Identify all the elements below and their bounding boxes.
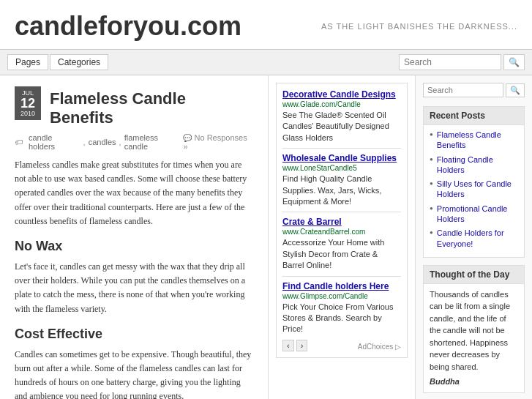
thought-title: Thought of the Day [424, 266, 524, 284]
ad-4-desc: Pick Your Choice From Various Stores & B… [282, 302, 401, 335]
tab-categories[interactable]: Categories [50, 54, 108, 70]
tagline: AS THE LIGHT BANISHES THE DARKNESS... [321, 22, 517, 31]
thought-author: Buddha [430, 376, 518, 388]
nav-tabs: Pages Categories [7, 54, 108, 70]
ad-2-desc: Find High Quality Candle Supplies. Wax, … [282, 174, 401, 207]
thought-body: Thousands of candles can be lit from a s… [424, 284, 524, 392]
site-title: candleforyou.com [15, 11, 241, 42]
recent-posts-title: Recent Posts [424, 107, 524, 125]
comment-icon: 💬 [183, 134, 192, 142]
section2-body: Candles can sometimes get to be expensiv… [15, 348, 253, 399]
post-meta: 🏷 candle holders, candles, flameless can… [15, 133, 253, 151]
post-intro: Flameless candles make great substitutes… [15, 158, 253, 228]
date-year: 2010 [19, 110, 37, 117]
responses-count: 💬 No Responses » [183, 133, 253, 151]
bullet-icon-3: ● [430, 180, 433, 187]
recent-posts-list: ● Flameless Candle Benefits ● Floating C… [424, 125, 524, 257]
ad-1-url: www.Glade.com/Candle [282, 100, 361, 108]
header-search-area: 🔍 [399, 54, 525, 70]
tag-icon: 🏷 [15, 138, 23, 146]
recent-posts-section: Recent Posts ● Flameless Candle Benefits… [423, 106, 525, 258]
sidebar-search-area: 🔍 [423, 83, 525, 97]
recent-post-link-2[interactable]: Floating Candle Holders [437, 154, 518, 176]
ad-choices: AdChoices ▷ [358, 343, 401, 351]
ad-next-button[interactable]: › [296, 340, 308, 351]
recent-post-3: ● Silly Uses for Candle Holders [430, 179, 518, 200]
ad-2-url: www.LoneStarCandle5 [282, 164, 357, 172]
tag-2[interactable]: candles [89, 138, 116, 146]
ad-4-url: www.Glimpse.com/Candle [282, 292, 368, 300]
section2-heading: Cost Effective [15, 327, 253, 342]
bullet-icon-4: ● [430, 205, 433, 212]
post-title: Flameless Candle Benefits [50, 86, 253, 127]
tab-pages[interactable]: Pages [7, 54, 48, 70]
recent-post-link-3[interactable]: Silly Uses for Candle Holders [437, 179, 518, 200]
ad-3-url: www.CrateandBarrel.com [282, 228, 365, 236]
ad-4-link[interactable]: Find Candle holders Here [282, 281, 389, 291]
ad-3-link[interactable]: Crate & Barrel [282, 217, 342, 227]
recent-post-2: ● Floating Candle Holders [430, 154, 518, 176]
bullet-icon-2: ● [430, 156, 433, 163]
recent-post-1: ● Flameless Candle Benefits [430, 130, 518, 151]
ad-prev-button[interactable]: ‹ [282, 340, 294, 351]
bullet-icon-5: ● [430, 229, 433, 236]
recent-post-link-5[interactable]: Candle Holders for Everyone! [437, 228, 518, 249]
thought-section: Thought of the Day Thousands of candles … [423, 265, 525, 393]
date-day: 12 [19, 97, 37, 110]
header-search-button[interactable]: 🔍 [503, 54, 525, 70]
section1-body: Let's face it, candles can get messy wit… [15, 260, 253, 316]
ad-2-link[interactable]: Wholesale Candle Supplies [282, 153, 397, 163]
ad-block: Decorative Candle Designs www.Glade.com/… [276, 83, 408, 358]
header-search-input[interactable] [399, 54, 501, 70]
post-header: Jul 12 2010 Flameless Candle Benefits [15, 86, 253, 127]
ad-3-desc: Accessorize Your Home with Stylish Decor… [282, 237, 401, 271]
recent-post-4: ● Promotional Candle Holders [430, 204, 518, 225]
ad-1-desc: See The Glade® Scented Oil Candles' Beau… [282, 110, 401, 143]
date-box: Jul 12 2010 [15, 86, 41, 120]
post-tags: 🏷 candle holders, candles, flameless can… [15, 133, 183, 151]
ad-2: Wholesale Candle Supplies www.LoneStarCa… [282, 153, 401, 207]
ad-1: Decorative Candle Designs www.Glade.com/… [282, 89, 401, 143]
bullet-icon-1: ● [430, 131, 433, 138]
tag-3[interactable]: flameless candle [124, 133, 184, 151]
sidebar-search-input[interactable] [423, 83, 503, 97]
recent-post-link-4[interactable]: Promotional Candle Holders [437, 204, 518, 225]
ad-area: Decorative Candle Designs www.Glade.com/… [269, 75, 415, 399]
ad-4: Find Candle holders Here www.Glimpse.com… [282, 281, 401, 335]
sidebar-search-button[interactable]: 🔍 [506, 83, 525, 97]
thought-text: Thousands of candles can be lit from a s… [430, 288, 518, 373]
responses-text: No Responses » [183, 133, 247, 151]
ad-1-link[interactable]: Decorative Candle Designs [282, 89, 396, 100]
sidebar: 🔍 Recent Posts ● Flameless Candle Benefi… [415, 75, 532, 399]
ad-navigation: ‹ › AdChoices ▷ [282, 340, 401, 351]
section1-heading: No Wax [15, 239, 253, 254]
tag-1[interactable]: candle holders [29, 133, 80, 151]
recent-post-5: ● Candle Holders for Everyone! [430, 228, 518, 249]
recent-post-link-1[interactable]: Flameless Candle Benefits [437, 130, 518, 151]
ad-3: Crate & Barrel www.CrateandBarrel.com Ac… [282, 217, 401, 271]
